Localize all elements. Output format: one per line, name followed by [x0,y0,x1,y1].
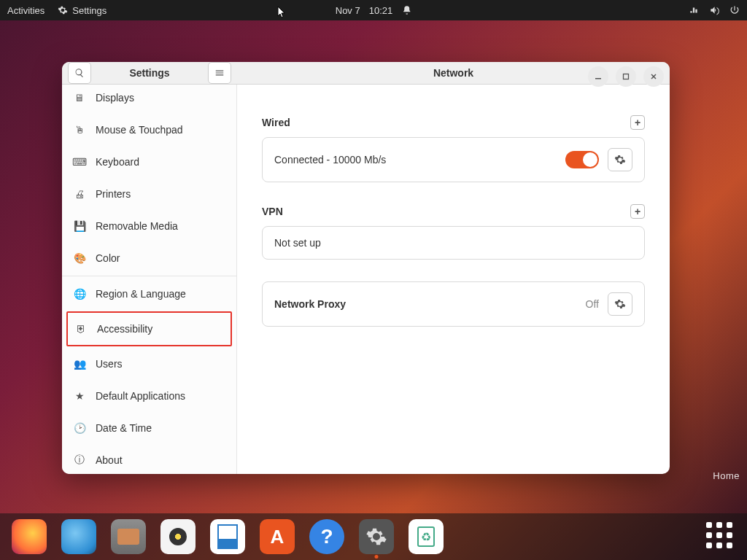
dock-app-files[interactable] [111,519,146,554]
wired-status-text: Connected - 10000 Mb/s [274,154,386,166]
settings-window: Settings Network 🖥Displays 🖱Mouse & Touc… [62,62,670,474]
sidebar-item-region[interactable]: 🌐Region & Language [62,278,236,310]
network-panel: Wired + Connected - 10000 Mb/s VPN + Not… [237,85,670,474]
sidebar-highlight: ⛨Accessibility [66,311,232,346]
minimize-icon [595,73,602,80]
dock-app-settings[interactable] [359,519,394,554]
search-button[interactable] [68,62,91,84]
power-icon[interactable] [729,5,740,15]
media-icon: 💾 [74,220,85,232]
wired-settings-button[interactable] [608,148,632,171]
color-icon: 🎨 [74,252,85,264]
minimize-button[interactable] [588,66,608,87]
display-icon: 🖥 [74,92,85,104]
search-icon [74,68,85,78]
proxy-row[interactable]: Network Proxy Off [262,281,645,327]
sidebar-item-keyboard[interactable]: ⌨Keyboard [62,146,236,178]
sidebar-item-color[interactable]: 🎨Color [62,242,236,274]
add-vpn-button[interactable]: + [630,204,645,219]
dock-app-software[interactable]: A [260,519,295,554]
gear-icon [365,526,387,548]
hamburger-icon [214,68,225,78]
dock-app-help[interactable]: ? [309,519,344,554]
sidebar-item-users[interactable]: 👥Users [62,348,236,380]
dock-app-writer[interactable] [210,519,245,554]
sidebar-item-default-apps[interactable]: ★Default Applications [62,380,236,412]
sidebar-item-printers[interactable]: 🖨Printers [62,178,236,210]
printer-icon: 🖨 [74,188,85,200]
sidebar-item-mouse[interactable]: 🖱Mouse & Touchpad [62,114,236,146]
dock-app-firefox[interactable] [12,519,47,554]
sidebar-item-about[interactable]: ⓘAbout [62,444,236,474]
add-wired-button[interactable]: + [630,115,645,130]
dock-app-trash[interactable]: ♻ [409,519,444,554]
proxy-status-text: Off [586,298,599,310]
sidebar-item-displays[interactable]: 🖥Displays [62,85,236,114]
info-icon: ⓘ [74,454,85,466]
svg-rect-1 [624,74,629,79]
maximize-button[interactable] [616,66,636,87]
vpn-section-title: VPN [262,206,283,217]
clock-icon: 🕑 [74,422,85,434]
dock-app-thunderbird[interactable] [61,519,96,554]
desktop-home-label: Home [713,470,740,481]
network-indicator-icon[interactable] [689,5,699,15]
dock: A ? ♻ [0,513,747,560]
topbar-date[interactable]: Nov 7 [336,5,360,16]
sidebar-title: Settings [97,67,202,79]
topbar-time[interactable]: 10:21 [369,5,393,16]
star-icon: ★ [74,390,85,402]
accessibility-icon: ⛨ [75,323,87,335]
bell-icon[interactable] [401,5,411,15]
wired-connection-row[interactable]: Connected - 10000 Mb/s [262,137,645,182]
wired-section-title: Wired [262,117,290,128]
proxy-settings-button[interactable] [608,292,632,316]
wired-toggle[interactable] [565,151,599,168]
vpn-row: Not set up [262,226,645,260]
hamburger-button[interactable] [208,62,231,84]
gear-icon [58,5,68,15]
dock-app-rhythmbox[interactable] [160,519,196,554]
sidebar-item-removable-media[interactable]: 💾Removable Media [62,210,236,242]
proxy-title: Network Proxy [274,298,346,310]
show-applications-button[interactable] [706,522,735,551]
app-menu[interactable]: Settings [58,5,107,16]
svg-rect-0 [595,78,601,79]
keyboard-icon: ⌨ [74,156,85,168]
sidebar-item-datetime[interactable]: 🕑Date & Time [62,412,236,444]
content-title: Network [433,67,473,79]
gear-icon [614,154,626,166]
volume-icon[interactable] [709,5,719,15]
globe-icon: 🌐 [74,288,85,300]
cursor-icon [277,6,286,19]
mouse-icon: 🖱 [74,124,85,136]
sidebar-item-accessibility[interactable]: ⛨Accessibility [68,313,231,345]
gear-icon [614,298,626,310]
titlebar: Settings Network [62,62,670,85]
close-button[interactable] [643,66,664,87]
vpn-status-text: Not set up [274,237,321,249]
maximize-icon [622,73,630,80]
settings-sidebar: 🖥Displays 🖱Mouse & Touchpad ⌨Keyboard 🖨P… [62,85,237,474]
activities-button[interactable]: Activities [7,5,44,16]
users-icon: 👥 [74,358,85,370]
close-icon [650,73,657,80]
top-bar: Activities Settings Nov 7 10:21 [0,0,747,20]
